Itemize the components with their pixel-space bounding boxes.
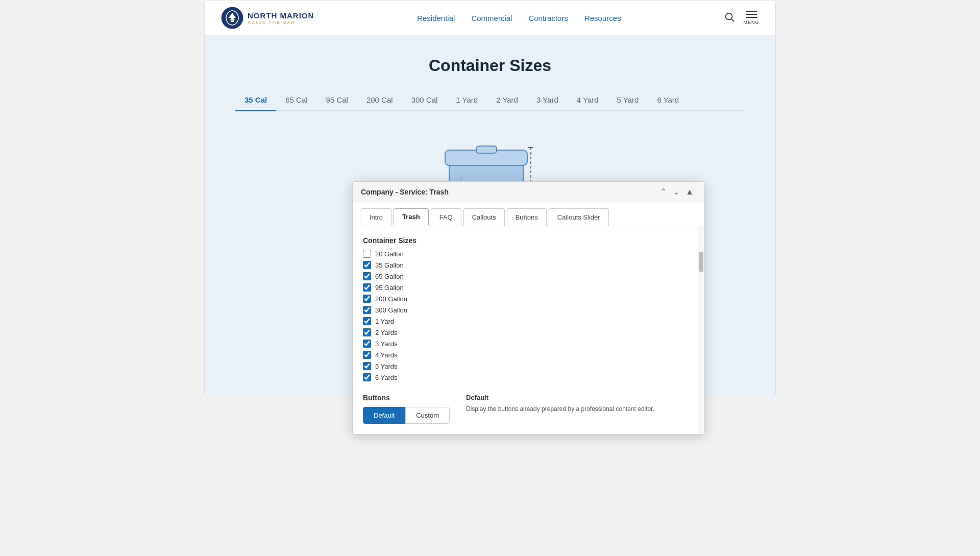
panel-tab-trash[interactable]: Trash (394, 208, 429, 226)
checkbox-3yards-input[interactable] (363, 340, 371, 348)
checkbox-35gallon-input[interactable] (363, 261, 371, 269)
checkbox-4yards-label: 4 Yards (375, 351, 398, 359)
checkbox-6yards[interactable]: 6 Yards (363, 373, 688, 381)
svg-point-1 (726, 13, 732, 19)
tab-65cal[interactable]: 65 Cal (276, 91, 316, 110)
size-tabs: 35 Cal 65 Cal 95 Cal 200 Cal 300 Cal 1 Y… (235, 91, 745, 111)
checkbox-300gallon-label: 300 Gallon (375, 306, 407, 314)
tab-35cal[interactable]: 35 Cal (235, 91, 276, 110)
checkbox-20gallon[interactable]: 20 Gallon (363, 250, 688, 258)
panel-title: Company - Service: Trash (361, 188, 449, 196)
checkbox-300gallon[interactable]: 300 Gallon (363, 306, 688, 314)
buttons-section: Buttons Default Custom Default Display t… (363, 394, 688, 424)
panel-tab-intro[interactable]: Intro (361, 208, 391, 226)
menu-label: MENU (743, 20, 759, 25)
logo-tagline: RAISE THE BAR (248, 20, 314, 25)
nav-actions: MENU (724, 11, 759, 25)
checkbox-65gallon-input[interactable] (363, 272, 371, 280)
scrollbar-track[interactable] (698, 226, 704, 434)
checkbox-95gallon[interactable]: 95 Gallon (363, 283, 688, 292)
checkbox-3yards[interactable]: 3 Yards (363, 340, 688, 348)
checkbox-35gallon-label: 35 Gallon (375, 261, 404, 269)
container-sizes-label: Container Sizes (363, 236, 688, 245)
panel-tab-callouts[interactable]: Callouts (463, 208, 505, 226)
tab-2yard[interactable]: 2 Yard (487, 91, 527, 110)
panel-expand-button[interactable]: ⌄ (671, 187, 681, 197)
menu-icon (746, 11, 757, 18)
checkbox-35gallon[interactable]: 35 Gallon (363, 261, 688, 269)
svg-line-2 (732, 19, 734, 21)
menu-button[interactable]: MENU (743, 11, 759, 25)
panel-body: Container Sizes 20 Gallon 35 Gallon 65 G… (353, 226, 698, 434)
checkbox-20gallon-input[interactable] (363, 250, 371, 258)
panel-overlay: Company - Service: Trash ⌃ ⌄ ▲ Intro Tra… (352, 181, 704, 434)
buttons-left: Buttons Default Custom (363, 394, 450, 424)
nav-contractors[interactable]: Contractors (528, 14, 568, 22)
panel-collapse-button[interactable]: ⌃ (658, 187, 669, 197)
logo-icon (221, 7, 243, 29)
panel-tab-faq[interactable]: FAQ (431, 208, 461, 226)
checkbox-3yards-label: 3 Yards (375, 340, 398, 348)
checkbox-1yard-input[interactable] (363, 317, 371, 325)
checkbox-95gallon-input[interactable] (363, 283, 371, 292)
logo-name: NORTH MARION (248, 11, 314, 20)
tab-3yard[interactable]: 3 Yard (527, 91, 568, 110)
nav-commercial[interactable]: Commercial (471, 14, 512, 22)
panel-controls: ⌃ ⌄ ▲ (658, 187, 696, 197)
panel-tab-callouts-slider[interactable]: Callouts Slider (549, 208, 609, 226)
site-nav: Residential Commercial Contractors Resou… (417, 14, 621, 22)
button-toggle-group: Default Custom (363, 407, 450, 424)
checkbox-6yards-input[interactable] (363, 373, 371, 381)
checkbox-5yards[interactable]: 5 Yards (363, 362, 688, 370)
default-description: Display the buttons already prepared by … (466, 404, 688, 414)
checkbox-65gallon[interactable]: 65 Gallon (363, 272, 688, 280)
checkbox-1yard[interactable]: 1 Yard (363, 317, 688, 325)
buttons-right: Default Display the buttons already prep… (466, 394, 688, 414)
tab-1yard[interactable]: 1 Yard (447, 91, 487, 110)
logo: NORTH MARION RAISE THE BAR (221, 7, 314, 29)
checkbox-200gallon[interactable]: 200 Gallon (363, 295, 688, 303)
checkbox-list: 20 Gallon 35 Gallon 65 Gallon 95 Gallon … (363, 250, 688, 381)
checkbox-200gallon-label: 200 Gallon (375, 295, 407, 303)
checkbox-1yard-label: 1 Yard (375, 318, 394, 325)
panel-header: Company - Service: Trash ⌃ ⌄ ▲ (353, 182, 704, 202)
checkbox-4yards-input[interactable] (363, 351, 371, 359)
checkbox-200gallon-input[interactable] (363, 295, 371, 303)
svg-rect-15 (476, 146, 497, 153)
panel-tab-buttons[interactable]: Buttons (507, 208, 547, 226)
custom-toggle-button[interactable]: Custom (405, 407, 450, 424)
checkbox-5yards-label: 5 Yards (375, 362, 398, 370)
checkbox-2yards-input[interactable] (363, 328, 371, 336)
logo-text: NORTH MARION RAISE THE BAR (248, 11, 314, 25)
site-header: NORTH MARION RAISE THE BAR Residential C… (205, 1, 775, 36)
page-title: Container Sizes (235, 56, 745, 75)
tab-300cal[interactable]: 300 Cal (402, 91, 447, 110)
tab-200cal[interactable]: 200 Cal (357, 91, 402, 110)
tab-5yard[interactable]: 5 Yard (608, 91, 648, 110)
tab-6yard[interactable]: 6 Yard (648, 91, 688, 110)
checkbox-20gallon-label: 20 Gallon (375, 250, 404, 258)
checkbox-2yards[interactable]: 2 Yards (363, 328, 688, 336)
checkbox-6yards-label: 6 Yards (375, 374, 398, 381)
checkbox-2yards-label: 2 Yards (375, 329, 398, 336)
panel-scroll-up-button[interactable]: ▲ (683, 187, 696, 197)
checkbox-300gallon-input[interactable] (363, 306, 371, 314)
panel-tabs: Intro Trash FAQ Callouts Buttons Callout… (353, 202, 704, 226)
scrollbar-thumb[interactable] (699, 252, 703, 272)
default-label: Default (466, 394, 688, 401)
checkbox-4yards[interactable]: 4 Yards (363, 351, 688, 359)
search-button[interactable] (724, 11, 735, 25)
tab-95cal[interactable]: 95 Cal (317, 91, 357, 110)
nav-residential[interactable]: Residential (417, 14, 455, 22)
checkbox-65gallon-label: 65 Gallon (375, 273, 404, 280)
buttons-section-label: Buttons (363, 394, 450, 402)
checkbox-95gallon-label: 95 Gallon (375, 284, 404, 292)
checkbox-5yards-input[interactable] (363, 362, 371, 370)
default-toggle-button[interactable]: Default (363, 407, 405, 424)
nav-resources[interactable]: Resources (584, 14, 621, 22)
tab-4yard[interactable]: 4 Yard (568, 91, 608, 110)
